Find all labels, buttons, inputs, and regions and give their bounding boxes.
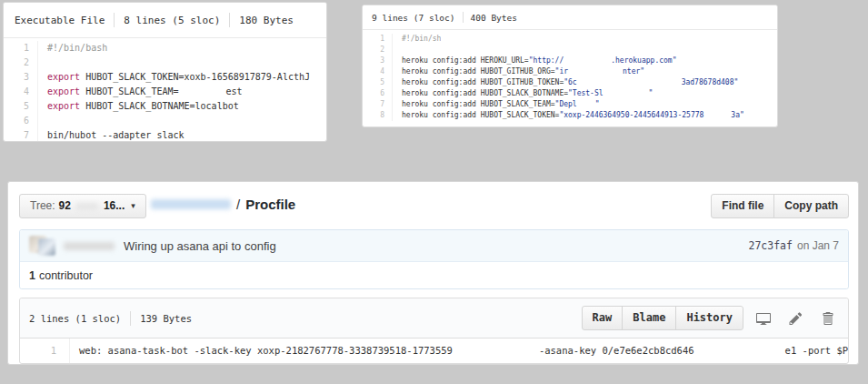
code-text: export HUBOT_SLACK_TEAM=est — [38, 85, 243, 99]
file-preview-bash: Executable File 8 lines (5 sloc) 180 Byt… — [3, 2, 327, 142]
line-number[interactable]: 1 — [363, 34, 393, 45]
file-preview-sh: 9 lines (7 sloc) 400 Bytes 1#!/bin/sh23h… — [362, 5, 778, 127]
redacted-repo-link[interactable] — [151, 199, 231, 209]
redacted-text — [453, 353, 539, 354]
line-number[interactable]: 7 — [363, 99, 393, 110]
chevron-down-icon: ▾ — [131, 198, 135, 214]
line-number[interactable]: 6 — [363, 88, 393, 99]
breadcrumb: / Procfile — [151, 197, 295, 212]
file-meta-bar: Executable File 8 lines (5 sloc) 180 Byt… — [4, 3, 326, 38]
code-line: 1#!/bin/bash — [4, 41, 326, 56]
code-text: export HUBOT_SLACK_BOTNAME=localbot — [38, 99, 239, 114]
code-text: heroku config:add HUBOT_SLACK_TOKEN="xox… — [393, 110, 744, 121]
code-line: 2 — [4, 56, 326, 70]
breadcrumb-separator: / — [236, 197, 240, 212]
file-mode-label: Executable File — [15, 15, 105, 26]
commit-meta: 27c3faf on Jan 7 — [748, 230, 839, 261]
file-navigation: Tree: 92 16... ▾ / Procfile Find file Co… — [19, 194, 849, 219]
file-size-label: 139 Bytes — [140, 313, 192, 324]
file-lines-label: 8 lines (5 sloc) — [124, 15, 220, 26]
code-text: #!/bin/sh — [393, 34, 441, 45]
code-line: 4export HUBOT_SLACK_TEAM=est — [4, 85, 326, 99]
redacted-text — [577, 84, 682, 85]
commit-message-link[interactable]: Wiring up asana api to config — [124, 239, 276, 253]
code-line: 6 — [4, 114, 326, 128]
code-text: heroku config:add HUBOT_SLACK_TEAM="Depl… — [393, 99, 600, 110]
raw-blame-history-group: Raw Blame History — [582, 306, 743, 330]
redacted-committer-name[interactable] — [64, 242, 115, 250]
line-number[interactable]: 4 — [363, 66, 393, 77]
code-text: bin/hubot --adapter slack — [38, 128, 185, 142]
tree-value-more: 16... — [104, 198, 125, 214]
code-listing: 1#!/bin/bash23export HUBOT_SLACK_TOKEN=x… — [4, 38, 326, 142]
meta-divider — [130, 311, 131, 326]
code-text: heroku config:add HUBOT_GITHUB_TOKEN="6c… — [393, 77, 738, 88]
code-line: 2 — [363, 45, 777, 56]
contributor-label: contributor — [39, 269, 93, 282]
raw-button[interactable]: Raw — [582, 306, 624, 330]
tree-selector-button[interactable]: Tree: 92 16... ▾ — [19, 194, 146, 218]
code-line: 5export HUBOT_SLACK_BOTNAME=localbot — [4, 99, 326, 114]
code-line: 8heroku config:add HUBOT_SLACK_TOKEN="xo… — [363, 110, 777, 121]
line-number[interactable]: 3 — [363, 56, 393, 66]
code-line: 7heroku config:add HUBOT_SLACK_TEAM="Dep… — [363, 99, 777, 110]
line-number[interactable]: 1 — [20, 339, 70, 363]
blame-button[interactable]: Blame — [622, 306, 676, 330]
code-line: 7bin/hubot --adapter slack — [4, 128, 326, 142]
avatar[interactable] — [29, 235, 56, 257]
redacted-text — [568, 73, 623, 74]
meta-divider — [463, 12, 464, 23]
breadcrumb-file-name: Procfile — [245, 197, 295, 212]
code-text: heroku config:add HUBOT_SLACK_BOTNAME="T… — [393, 88, 653, 99]
avatar-image — [38, 238, 55, 256]
redacted-text — [577, 106, 595, 106]
contributor-count: 1 — [29, 269, 35, 282]
device-desktop-icon[interactable] — [752, 307, 775, 330]
commit-sha-link[interactable]: 27c3faf — [748, 239, 792, 252]
line-number[interactable]: 5 — [363, 77, 393, 88]
redacted-text — [179, 94, 226, 95]
redacted-text — [564, 62, 611, 63]
code-line: 1#!/bin/sh — [363, 34, 777, 45]
code-line: 1web: asana-task-bot -slack-key xoxp-218… — [20, 339, 848, 363]
code-listing: 1#!/bin/sh23heroku config:add HEROKU_URL… — [363, 30, 777, 121]
copy-path-button[interactable]: Copy path — [773, 194, 849, 218]
line-number[interactable]: 4 — [4, 85, 38, 99]
line-number[interactable]: 2 — [4, 56, 38, 70]
code-text — [38, 56, 47, 70]
history-button[interactable]: History — [675, 306, 743, 330]
line-number[interactable]: 6 — [4, 114, 38, 128]
pencil-icon[interactable] — [783, 307, 807, 330]
nav-actions: Find file Copy path — [711, 194, 849, 218]
line-number[interactable]: 7 — [4, 128, 38, 142]
code-text — [38, 114, 47, 128]
redacted-text — [604, 95, 649, 96]
commit-date: on Jan 7 — [797, 239, 839, 252]
code-text: heroku config:add HEROKU_URL="http://.he… — [393, 56, 676, 66]
commit-tease-box: Wiring up asana api to config 27c3faf on… — [19, 229, 849, 289]
blob-header: 2 lines (1 sloc) 139 Bytes Raw Blame His… — [20, 298, 848, 339]
latest-commit-row: Wiring up asana api to config 27c3faf on… — [20, 230, 848, 261]
line-number[interactable]: 1 — [4, 41, 38, 56]
code-line: 5heroku config:add HUBOT_GITHUB_TOKEN="6… — [363, 77, 777, 88]
redacted-tree-sha — [76, 203, 98, 210]
code-text — [393, 45, 402, 56]
code-text: #!/bin/bash — [38, 41, 107, 56]
line-number[interactable]: 8 — [363, 110, 393, 121]
line-number[interactable]: 3 — [4, 70, 38, 85]
code-text: web: asana-task-bot -slack-key xoxp-2182… — [70, 339, 848, 363]
trash-icon[interactable] — [815, 307, 839, 330]
code-text: export HUBOT_SLACK_TOKEN=xoxb-1656891787… — [38, 70, 310, 85]
file-lines-label: 9 lines (7 sloc) — [372, 13, 455, 23]
find-file-button[interactable]: Find file — [711, 194, 774, 218]
line-number[interactable]: 2 — [363, 45, 393, 56]
github-file-view: Tree: 92 16... ▾ / Procfile Find file Co… — [7, 181, 859, 365]
redacted-text — [694, 353, 785, 354]
blob-file-box: 2 lines (1 sloc) 139 Bytes Raw Blame His… — [19, 298, 849, 364]
line-number[interactable]: 5 — [4, 99, 38, 114]
contributors-row[interactable]: 1 contributor — [20, 261, 848, 288]
file-lines-label: 2 lines (1 sloc) — [29, 313, 121, 324]
code-line: 6heroku config:add HUBOT_SLACK_BOTNAME="… — [363, 88, 777, 99]
file-meta-bar: 9 lines (7 sloc) 400 Bytes — [363, 5, 777, 30]
code-line: 3export HUBOT_SLACK_TOKEN=xoxb-165689178… — [4, 70, 326, 85]
